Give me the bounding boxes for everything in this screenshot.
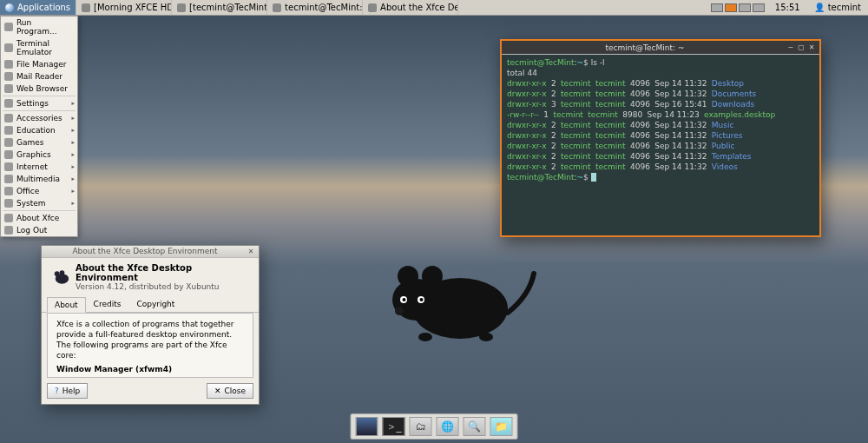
menu-separator — [3, 96, 76, 96]
close-label: Close — [224, 387, 246, 395]
applications-label: Applications — [17, 3, 70, 12]
taskbar-label: [Morning XFCE HD desk... — [94, 3, 172, 12]
menu-item[interactable]: Terminal Emulator — [1, 37, 77, 58]
close-button[interactable]: ✕ — [807, 43, 816, 52]
svg-point-5 — [403, 298, 406, 301]
taskbar-label: tecmint@TecMint: ~ — [285, 3, 363, 12]
applications-menu-button[interactable]: Applications — [0, 0, 76, 15]
chevron-right-icon: ▸ — [71, 151, 75, 158]
menu-category[interactable]: Education▸ — [1, 124, 77, 136]
taskbar-item[interactable]: [tecmint@TecMint: ~/.th... — [172, 0, 267, 15]
menu-label: System — [16, 199, 46, 208]
about-intro: Xfce is a collection of programs that to… — [56, 319, 244, 361]
menu-category[interactable]: Games▸ — [1, 136, 77, 149]
svg-point-8 — [395, 307, 404, 315]
window-icon — [368, 3, 377, 12]
menu-item[interactable]: Web Browser — [1, 83, 77, 95]
xfce-mouse-artwork — [356, 252, 538, 356]
terminal-window[interactable]: tecmint@TecMint: ~ ─ ▢ ✕ tecmint@TecMint… — [500, 39, 821, 237]
category-icon — [4, 199, 13, 208]
menu-label: About Xfce — [16, 214, 59, 222]
workspace-switcher[interactable] — [707, 0, 768, 15]
menu-settings[interactable]: Settings ▸ — [1, 97, 77, 109]
category-icon — [4, 114, 13, 122]
svg-point-3 — [422, 266, 443, 287]
taskbar-item[interactable]: About the Xfce Desktop... — [363, 0, 458, 15]
about-footer: ? Help ✕ Close — [42, 378, 259, 404]
menu-category[interactable]: Internet▸ — [1, 161, 77, 173]
menu-item[interactable]: File Manager — [1, 58, 77, 70]
xfce-mouse-icon — [50, 267, 70, 288]
menu-item[interactable]: Run Program... — [1, 17, 77, 37]
taskbar-item[interactable]: tecmint@TecMint: ~ — [267, 0, 363, 15]
menu-category[interactable]: Accessories▸ — [1, 112, 77, 124]
menu-label: Internet — [16, 162, 48, 171]
maximize-button[interactable]: ▢ — [797, 43, 806, 52]
help-icon: ? — [55, 387, 59, 395]
window-title: About the Xfce Desktop Environment — [45, 247, 245, 255]
taskbar-label: [tecmint@TecMint: ~/.th... — [189, 3, 267, 12]
dock-home-folder[interactable]: 📁 — [490, 417, 513, 436]
menu-label: File Manager — [16, 60, 66, 69]
menu-label: Run Program... — [16, 18, 74, 36]
app-icon — [4, 23, 13, 31]
app-icon — [4, 43, 13, 52]
menu-label: Education — [16, 126, 56, 135]
about-titlebar[interactable]: About the Xfce Desktop Environment ✕ — [42, 246, 259, 258]
tab-about[interactable]: About — [47, 297, 86, 313]
taskbar: [Morning XFCE HD desk...[tecmint@TecMint… — [76, 0, 458, 15]
menu-label: Multimedia — [16, 175, 60, 183]
menu-about-xfce[interactable]: About Xfce — [1, 212, 77, 224]
workspace-2[interactable] — [725, 3, 737, 12]
settings-icon — [4, 99, 13, 108]
close-button[interactable]: ✕ Close — [207, 383, 253, 399]
about-tabs: About Credits Copyright — [42, 296, 259, 313]
menu-label: Settings — [16, 99, 49, 108]
window-icon — [82, 3, 90, 12]
terminal-titlebar[interactable]: tecmint@TecMint: ~ ─ ▢ ✕ — [502, 41, 819, 55]
clock[interactable]: 15:51 — [768, 0, 807, 15]
dock-app-finder[interactable]: 🔍 — [464, 417, 486, 436]
dock-file-manager[interactable]: 🗂 — [410, 417, 432, 436]
minimize-button[interactable]: ─ — [786, 43, 795, 52]
info-icon — [4, 214, 13, 222]
svg-point-10 — [479, 333, 493, 341]
menu-label: Games — [16, 138, 43, 147]
dock-show-desktop[interactable] — [356, 417, 378, 436]
menu-label: Office — [16, 187, 39, 195]
chevron-right-icon: ▸ — [71, 175, 75, 182]
tab-credits[interactable]: Credits — [86, 296, 129, 312]
about-window[interactable]: About the Xfce Desktop Environment ✕ Abo… — [41, 245, 260, 405]
dock-terminal[interactable]: ＞_ — [383, 417, 405, 436]
menu-category[interactable]: Graphics▸ — [1, 149, 77, 161]
workspace-1[interactable] — [711, 3, 723, 12]
workspace-3[interactable] — [739, 3, 751, 12]
category-icon — [4, 126, 13, 135]
window-icon — [177, 3, 186, 12]
menu-log-out[interactable]: Log Out — [1, 224, 77, 236]
taskbar-item[interactable]: [Morning XFCE HD desk... — [76, 0, 172, 15]
tab-copyright[interactable]: Copyright — [128, 296, 182, 312]
menu-category[interactable]: System▸ — [1, 197, 77, 209]
close-button[interactable]: ✕ — [247, 247, 255, 255]
svg-point-12 — [55, 271, 60, 276]
terminal-output[interactable]: tecmint@TecMint:~$ ls -l total 44 drwxr-… — [502, 55, 819, 235]
svg-point-13 — [60, 270, 65, 275]
dock: ＞_ 🗂 🌐 🔍 📁 — [351, 413, 518, 440]
logout-icon — [4, 226, 13, 235]
category-icon — [4, 162, 13, 171]
help-button[interactable]: ? Help — [47, 383, 88, 399]
workspace-4[interactable] — [753, 3, 765, 12]
menu-category[interactable]: Multimedia▸ — [1, 173, 77, 185]
app-icon — [4, 60, 13, 69]
chevron-right-icon: ▸ — [71, 100, 75, 107]
dock-web-browser[interactable]: 🌐 — [437, 417, 459, 436]
chevron-right-icon: ▸ — [71, 127, 75, 134]
chevron-right-icon: ▸ — [71, 115, 75, 122]
menu-item[interactable]: Mail Reader — [1, 70, 77, 83]
about-version: Version 4.12, distributed by Xubuntu — [76, 282, 250, 291]
menu-category[interactable]: Office▸ — [1, 185, 77, 197]
help-label: Help — [62, 387, 81, 395]
user-menu[interactable]: 👤 tecmint — [807, 0, 868, 15]
menu-label: Web Browser — [16, 84, 68, 93]
